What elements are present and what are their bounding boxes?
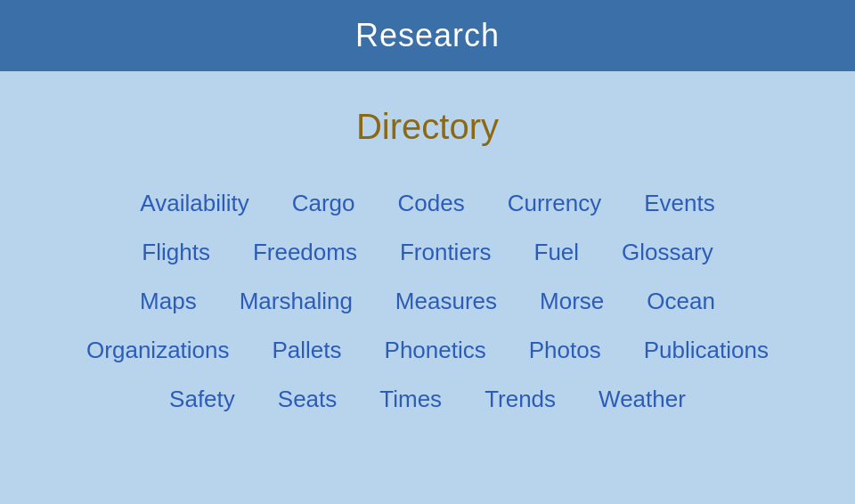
link-glossary[interactable]: Glossary — [618, 232, 717, 273]
link-publications[interactable]: Publications — [640, 329, 772, 371]
link-pallets[interactable]: Pallets — [269, 329, 346, 371]
link-row-row5: SafetySeatsTimesTrendsWeather — [0, 378, 855, 420]
link-organizations[interactable]: Organizations — [83, 329, 232, 371]
link-photos[interactable]: Photos — [525, 329, 605, 371]
link-row-row3: MapsMarshalingMeasuresMorseOcean — [0, 280, 855, 322]
link-marshaling[interactable]: Marshaling — [236, 280, 356, 322]
link-codes[interactable]: Codes — [395, 183, 468, 224]
page-title: Research — [355, 17, 500, 54]
link-morse[interactable]: Morse — [536, 280, 607, 322]
link-times[interactable]: Times — [376, 378, 445, 420]
links-container: AvailabilityCargoCodesCurrencyEventsFlig… — [0, 183, 855, 420]
link-events[interactable]: Events — [640, 183, 719, 224]
link-row-row1: AvailabilityCargoCodesCurrencyEvents — [0, 183, 855, 224]
link-weather[interactable]: Weather — [595, 378, 689, 420]
link-safety[interactable]: Safety — [166, 378, 239, 420]
link-cargo[interactable]: Cargo — [289, 183, 359, 224]
link-frontiers[interactable]: Frontiers — [396, 232, 495, 273]
link-measures[interactable]: Measures — [392, 280, 501, 322]
link-trends[interactable]: Trends — [481, 378, 559, 420]
link-currency[interactable]: Currency — [504, 183, 605, 224]
link-freedoms[interactable]: Freedoms — [249, 232, 361, 273]
link-fuel[interactable]: Fuel — [531, 232, 583, 273]
link-maps[interactable]: Maps — [136, 280, 200, 322]
link-phonetics[interactable]: Phonetics — [381, 329, 490, 371]
page-header: Research — [0, 0, 855, 71]
main-content: Directory AvailabilityCargoCodesCurrency… — [0, 71, 855, 504]
link-seats[interactable]: Seats — [274, 378, 341, 420]
link-flights[interactable]: Flights — [138, 232, 214, 273]
link-row-row4: OrganizationsPalletsPhoneticsPhotosPubli… — [0, 329, 855, 371]
link-ocean[interactable]: Ocean — [643, 280, 719, 322]
link-row-row2: FlightsFreedomsFrontiersFuelGlossary — [0, 232, 855, 273]
link-availability[interactable]: Availability — [136, 183, 252, 224]
directory-title: Directory — [356, 107, 499, 147]
